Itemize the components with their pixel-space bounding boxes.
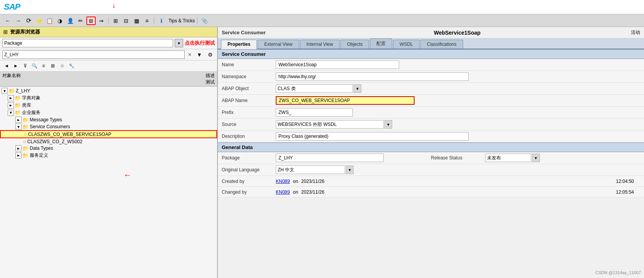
pencil-btn[interactable]: ✏ xyxy=(76,17,85,25)
tab-classifications[interactable]: Classifications xyxy=(420,40,463,49)
star-btn[interactable]: ☆ xyxy=(58,62,66,70)
tree-col2-header: 描述 测试 xyxy=(184,72,215,85)
expand-svc-consumers[interactable]: ▼ xyxy=(15,124,22,130)
search-input[interactable] xyxy=(2,50,185,59)
tree-label-svcdef: 服务定义 xyxy=(30,152,48,159)
general-created-row: Created by KN089 on 2023/11/26 12:04:50 xyxy=(218,176,644,187)
release-dropdown-arrow[interactable]: ▼ xyxy=(532,154,540,162)
search-config-btn[interactable]: ⚙ xyxy=(206,50,215,59)
folder-icon-svc-consumers: 📁 xyxy=(22,124,29,130)
field-description-label: Description xyxy=(222,134,276,139)
separator1 xyxy=(108,17,109,24)
general-changed-label: Changed by xyxy=(222,189,276,195)
expand-dict[interactable]: ► xyxy=(8,95,14,101)
expand-datatypes[interactable]: ► xyxy=(15,145,22,151)
item-icon-claszws-web: ○ xyxy=(24,131,27,137)
tab-objects[interactable]: Objects xyxy=(341,40,369,49)
tree-item-classlib[interactable]: ► 📁 类库 xyxy=(0,102,217,109)
field-namespace-label: Namespace xyxy=(222,74,276,79)
abap-object-dropdown-arrow[interactable]: ▼ xyxy=(354,84,361,93)
field-abap-object-row: ABAP Object CLAS 类 ▼ xyxy=(218,83,644,95)
field-source-select[interactable]: WEBSERVICES 外部 WSDL xyxy=(276,120,384,129)
field-name-input[interactable] xyxy=(276,60,399,69)
general-created-value[interactable]: KN089 xyxy=(276,179,290,184)
tree-btn[interactable]: ⊞ xyxy=(111,17,120,25)
favorites-btn[interactable]: ⭐ xyxy=(34,17,44,25)
field-namespace-input[interactable] xyxy=(276,72,469,81)
align-btn[interactable]: ≡ xyxy=(142,17,152,25)
tree-item-dict[interactable]: ► 📁 字典对象 xyxy=(0,94,217,102)
field-prefix-row: Prefix xyxy=(218,107,644,119)
filter-btn[interactable]: ⊽ xyxy=(21,62,29,70)
info-btn[interactable]: ℹ xyxy=(157,17,166,25)
tree-item-z_lhy[interactable]: ▼ 📁 Z_LHY xyxy=(0,87,217,94)
tools-btn[interactable]: 🔧 xyxy=(67,62,76,70)
main-layout: ⊞ 资源库浏览器 Package ▼ 点击执行测试 ✕ ▼ ⚙ ◄ ► ⊽ 🔍 … xyxy=(0,27,644,278)
tree-label-claszws-web: CLASZWS_CO_WEB_SERVICE1SOAP xyxy=(28,132,111,137)
tab-internal-view[interactable]: Internal View xyxy=(300,40,340,49)
field-description-row: Description xyxy=(218,131,644,142)
expand-enterprise[interactable]: ▼ xyxy=(8,110,14,116)
field-abap-object-select[interactable]: CLAS 类 xyxy=(276,84,353,93)
general-changed-value[interactable]: KN089 xyxy=(276,189,290,195)
tree-item-datatypes[interactable]: ► 📁 Data Types xyxy=(0,145,217,152)
expand-msgtypes[interactable]: ► xyxy=(15,117,22,123)
execute-btn[interactable]: ⊞ xyxy=(86,17,96,25)
nav-forward-btn[interactable]: ► xyxy=(12,62,20,70)
expand-btn[interactable]: ⊟ xyxy=(121,17,131,25)
tree-item-claszws-web[interactable]: ○ CLASZWS_CO_WEB_SERVICE1SOAP xyxy=(0,130,217,138)
field-prefix-input[interactable] xyxy=(276,108,353,117)
field-prefix-label: Prefix xyxy=(222,110,276,115)
left-panel: ⊞ 资源库浏览器 Package ▼ 点击执行测试 ✕ ▼ ⚙ ◄ ► ⊽ 🔍 … xyxy=(0,27,218,278)
search-clear-btn[interactable]: ✕ xyxy=(186,51,193,58)
flow-btn[interactable]: ⇒ xyxy=(97,17,106,25)
nav-back-btn[interactable]: ◄ xyxy=(2,62,11,70)
tree-item-svc-consumers[interactable]: ▼ 📁 Service Consumers xyxy=(0,123,217,130)
forward-btn[interactable]: → xyxy=(13,17,23,25)
general-release-select[interactable]: 未发布 xyxy=(485,154,531,162)
search-dropdown-btn[interactable]: ▼ xyxy=(195,50,204,59)
tab-wsdl[interactable]: WSDL xyxy=(393,40,420,49)
field-source-row: Source WEBSERVICES 外部 WSDL ▼ xyxy=(218,119,644,131)
general-language-label: Original Language xyxy=(222,167,276,172)
refresh-btn[interactable]: ⟳ xyxy=(24,17,33,25)
tab-peizhi[interactable]: 配置 xyxy=(370,39,392,49)
search-row: ✕ ▼ ⚙ xyxy=(0,49,217,60)
context-btn[interactable]: 📎 xyxy=(200,17,209,25)
pie-chart-btn[interactable]: ◑ xyxy=(55,17,64,25)
language-dropdown-arrow[interactable]: ▼ xyxy=(346,166,354,174)
tree-item-enterprise[interactable]: ▼ 📁 企业服务 xyxy=(0,109,217,116)
tab-external-view[interactable]: External View xyxy=(258,40,299,49)
field-abap-object-label: ABAP Object xyxy=(222,86,276,91)
tips-tricks-link[interactable]: Tips & Tricks xyxy=(169,18,195,23)
user-btn[interactable]: 👤 xyxy=(66,17,75,25)
tree-item-claszws-z[interactable]: ○ CLASZWS_CO_Z_WS002 xyxy=(0,138,217,145)
expand-svcdef[interactable]: ► xyxy=(15,152,22,159)
table-btn[interactable]: ▦ xyxy=(132,17,141,25)
tree-item-svcdef[interactable]: ► 📁 服务定义 xyxy=(0,152,217,159)
source-dropdown-arrow[interactable]: ▼ xyxy=(384,120,392,129)
tab-properties[interactable]: Properties xyxy=(221,40,257,49)
back-btn[interactable]: ← xyxy=(3,17,12,25)
field-description-input[interactable] xyxy=(276,132,469,141)
folder-icon-svcdef: 📁 xyxy=(22,152,29,158)
expand-z_lhy[interactable]: ▼ xyxy=(2,88,8,94)
new-session-btn[interactable]: 📋 xyxy=(45,17,54,25)
field-name-row: Name xyxy=(218,59,644,71)
general-package-input[interactable] xyxy=(276,154,384,162)
general-language-select[interactable]: ZH 中文 xyxy=(276,166,345,174)
filter-select[interactable]: Package xyxy=(2,39,173,47)
expand-classlib[interactable]: ► xyxy=(8,102,14,109)
field-abap-name-input[interactable] xyxy=(276,96,415,105)
field-abap-name-row: ABAP Name xyxy=(218,95,644,107)
tree-label-msgtypes: Message Types xyxy=(30,117,62,122)
filter-dropdown-btn[interactable]: ▼ xyxy=(175,39,183,47)
group-btn[interactable]: ⊞ xyxy=(49,62,57,70)
list-btn[interactable]: ≡ xyxy=(39,62,48,70)
service-consumer-section: Service Consumer Name Namespace ABAP Obj… xyxy=(218,49,644,142)
search-btn[interactable]: 🔍 xyxy=(30,62,39,70)
tree-item-msgtypes[interactable]: ► 📁 Message Types xyxy=(0,116,217,123)
folder-icon-datatypes: 📁 xyxy=(22,146,29,151)
csdn-watermark: CSDN @1314ay_11007 xyxy=(595,270,641,275)
general-data-section-header: General Data xyxy=(218,142,644,152)
